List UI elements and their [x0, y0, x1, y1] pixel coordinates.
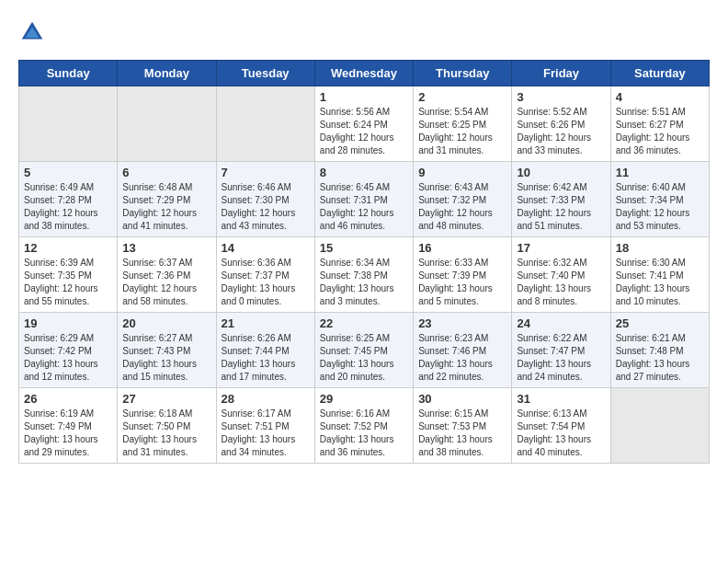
- calendar-body: 1Sunrise: 5:56 AM Sunset: 6:24 PM Daylig…: [19, 86, 710, 464]
- day-number: 1: [320, 90, 408, 104]
- calendar-cell: 20Sunrise: 6:27 AM Sunset: 7:43 PM Dayli…: [118, 313, 216, 388]
- calendar-cell: 26Sunrise: 6:19 AM Sunset: 7:49 PM Dayli…: [19, 388, 118, 464]
- day-number: 29: [320, 392, 408, 406]
- day-info: Sunrise: 6:36 AM Sunset: 7:37 PM Dayligh…: [222, 257, 310, 308]
- day-info: Sunrise: 6:23 AM Sunset: 7:46 PM Dayligh…: [418, 332, 506, 384]
- calendar-cell: 30Sunrise: 6:15 AM Sunset: 7:53 PM Dayli…: [414, 388, 512, 464]
- day-number: 26: [24, 392, 112, 406]
- day-number: 11: [616, 166, 704, 179]
- calendar-cell: 21Sunrise: 6:26 AM Sunset: 7:44 PM Dayli…: [216, 313, 314, 388]
- day-number: 6: [122, 166, 210, 179]
- day-info: Sunrise: 6:42 AM Sunset: 7:33 PM Dayligh…: [517, 181, 605, 233]
- day-info: Sunrise: 6:29 AM Sunset: 7:42 PM Dayligh…: [24, 332, 112, 384]
- day-number: 10: [517, 166, 605, 179]
- day-info: Sunrise: 6:43 AM Sunset: 7:32 PM Dayligh…: [418, 181, 506, 233]
- day-number: 9: [418, 166, 506, 179]
- calendar-cell: 7Sunrise: 6:46 AM Sunset: 7:30 PM Daylig…: [216, 162, 314, 237]
- calendar-cell: 22Sunrise: 6:25 AM Sunset: 7:45 PM Dayli…: [314, 313, 413, 388]
- day-number: 23: [418, 316, 506, 330]
- calendar-cell: 24Sunrise: 6:22 AM Sunset: 7:47 PM Dayli…: [512, 313, 610, 388]
- day-info: Sunrise: 6:17 AM Sunset: 7:51 PM Dayligh…: [222, 408, 310, 459]
- calendar-cell: 14Sunrise: 6:36 AM Sunset: 7:37 PM Dayli…: [216, 237, 314, 313]
- day-info: Sunrise: 6:49 AM Sunset: 7:28 PM Dayligh…: [24, 181, 112, 233]
- day-info: Sunrise: 6:32 AM Sunset: 7:40 PM Dayligh…: [517, 257, 605, 308]
- page-header: [18, 18, 710, 46]
- calendar-cell: 19Sunrise: 6:29 AM Sunset: 7:42 PM Dayli…: [19, 313, 118, 388]
- calendar-cell: 18Sunrise: 6:30 AM Sunset: 7:41 PM Dayli…: [610, 237, 709, 313]
- day-info: Sunrise: 6:46 AM Sunset: 7:30 PM Dayligh…: [222, 181, 310, 233]
- day-number: 7: [222, 166, 310, 179]
- calendar-cell: 27Sunrise: 6:18 AM Sunset: 7:50 PM Dayli…: [118, 388, 216, 464]
- day-number: 2: [418, 90, 506, 104]
- day-number: 13: [122, 241, 210, 255]
- calendar-cell: [216, 86, 314, 162]
- day-info: Sunrise: 6:37 AM Sunset: 7:36 PM Dayligh…: [122, 257, 210, 308]
- day-info: Sunrise: 6:27 AM Sunset: 7:43 PM Dayligh…: [122, 332, 210, 384]
- calendar-cell: [19, 86, 118, 162]
- calendar-cell: 11Sunrise: 6:40 AM Sunset: 7:34 PM Dayli…: [610, 162, 709, 237]
- calendar-cell: 25Sunrise: 6:21 AM Sunset: 7:48 PM Dayli…: [610, 313, 709, 388]
- day-number: 30: [418, 392, 506, 406]
- day-info: Sunrise: 6:45 AM Sunset: 7:31 PM Dayligh…: [320, 181, 408, 233]
- calendar-cell: 2Sunrise: 5:54 AM Sunset: 6:25 PM Daylig…: [414, 86, 512, 162]
- day-number: 24: [517, 316, 605, 330]
- day-info: Sunrise: 6:30 AM Sunset: 7:41 PM Dayligh…: [616, 257, 704, 308]
- week-row: 1Sunrise: 5:56 AM Sunset: 6:24 PM Daylig…: [19, 86, 710, 162]
- calendar-cell: 15Sunrise: 6:34 AM Sunset: 7:38 PM Dayli…: [314, 237, 413, 313]
- day-info: Sunrise: 6:48 AM Sunset: 7:29 PM Dayligh…: [122, 181, 210, 233]
- day-number: 4: [616, 90, 704, 104]
- day-number: 14: [222, 241, 310, 255]
- day-number: 28: [222, 392, 310, 406]
- week-row: 12Sunrise: 6:39 AM Sunset: 7:35 PM Dayli…: [19, 237, 710, 313]
- weekday-label: Friday: [512, 61, 610, 86]
- day-number: 27: [122, 392, 210, 406]
- calendar-cell: 29Sunrise: 6:16 AM Sunset: 7:52 PM Dayli…: [314, 388, 413, 464]
- day-number: 18: [616, 241, 704, 255]
- calendar-cell: [610, 388, 709, 464]
- day-number: 25: [616, 316, 704, 330]
- calendar-cell: 9Sunrise: 6:43 AM Sunset: 7:32 PM Daylig…: [414, 162, 512, 237]
- calendar-cell: 5Sunrise: 6:49 AM Sunset: 7:28 PM Daylig…: [19, 162, 118, 237]
- day-number: 8: [320, 166, 408, 179]
- weekday-header: SundayMondayTuesdayWednesdayThursdayFrid…: [19, 61, 710, 86]
- day-info: Sunrise: 6:13 AM Sunset: 7:54 PM Dayligh…: [517, 408, 605, 459]
- day-info: Sunrise: 6:16 AM Sunset: 7:52 PM Dayligh…: [320, 408, 408, 459]
- calendar-cell: 8Sunrise: 6:45 AM Sunset: 7:31 PM Daylig…: [314, 162, 413, 237]
- day-number: 12: [24, 241, 112, 255]
- calendar-cell: 13Sunrise: 6:37 AM Sunset: 7:36 PM Dayli…: [118, 237, 216, 313]
- calendar-cell: 31Sunrise: 6:13 AM Sunset: 7:54 PM Dayli…: [512, 388, 610, 464]
- calendar: SundayMondayTuesdayWednesdayThursdayFrid…: [18, 60, 710, 464]
- day-info: Sunrise: 5:54 AM Sunset: 6:25 PM Dayligh…: [418, 106, 506, 157]
- calendar-cell: 10Sunrise: 6:42 AM Sunset: 7:33 PM Dayli…: [512, 162, 610, 237]
- day-number: 20: [122, 316, 210, 330]
- calendar-cell: [118, 86, 216, 162]
- day-number: 16: [418, 241, 506, 255]
- weekday-label: Saturday: [610, 61, 709, 86]
- calendar-cell: 4Sunrise: 5:51 AM Sunset: 6:27 PM Daylig…: [610, 86, 709, 162]
- day-number: 5: [24, 166, 112, 179]
- week-row: 26Sunrise: 6:19 AM Sunset: 7:49 PM Dayli…: [19, 388, 710, 464]
- calendar-cell: 17Sunrise: 6:32 AM Sunset: 7:40 PM Dayli…: [512, 237, 610, 313]
- calendar-cell: 3Sunrise: 5:52 AM Sunset: 6:26 PM Daylig…: [512, 86, 610, 162]
- day-info: Sunrise: 6:22 AM Sunset: 7:47 PM Dayligh…: [517, 332, 605, 384]
- day-info: Sunrise: 5:52 AM Sunset: 6:26 PM Dayligh…: [517, 106, 605, 157]
- day-number: 17: [517, 241, 605, 255]
- day-info: Sunrise: 6:34 AM Sunset: 7:38 PM Dayligh…: [320, 257, 408, 308]
- calendar-cell: 28Sunrise: 6:17 AM Sunset: 7:51 PM Dayli…: [216, 388, 314, 464]
- weekday-label: Sunday: [19, 61, 118, 86]
- day-info: Sunrise: 6:39 AM Sunset: 7:35 PM Dayligh…: [24, 257, 112, 308]
- day-info: Sunrise: 6:26 AM Sunset: 7:44 PM Dayligh…: [222, 332, 310, 384]
- day-number: 21: [222, 316, 310, 330]
- weekday-label: Thursday: [414, 61, 512, 86]
- logo: [18, 18, 51, 46]
- day-number: 31: [517, 392, 605, 406]
- day-info: Sunrise: 6:33 AM Sunset: 7:39 PM Dayligh…: [418, 257, 506, 308]
- week-row: 5Sunrise: 6:49 AM Sunset: 7:28 PM Daylig…: [19, 162, 710, 237]
- logo-icon: [18, 18, 46, 46]
- day-info: Sunrise: 5:56 AM Sunset: 6:24 PM Dayligh…: [320, 106, 408, 157]
- weekday-label: Wednesday: [314, 61, 413, 86]
- day-info: Sunrise: 5:51 AM Sunset: 6:27 PM Dayligh…: [616, 106, 704, 157]
- calendar-cell: 12Sunrise: 6:39 AM Sunset: 7:35 PM Dayli…: [19, 237, 118, 313]
- calendar-cell: 23Sunrise: 6:23 AM Sunset: 7:46 PM Dayli…: [414, 313, 512, 388]
- day-number: 22: [320, 316, 408, 330]
